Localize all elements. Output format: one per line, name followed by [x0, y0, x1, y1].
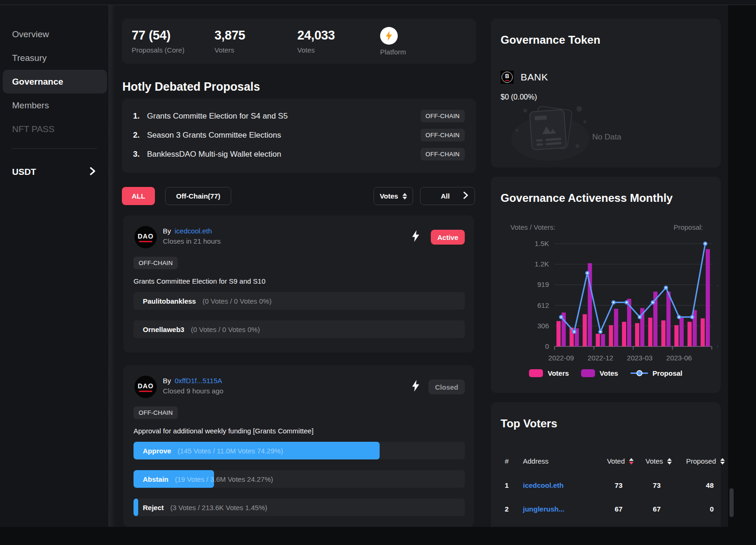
governance-activeness-card: Governance Activeness Monthly Votes / Vo…: [491, 177, 721, 393]
col-proposed-sort[interactable]: Proposed: [672, 457, 725, 465]
offchain-tag: OFF-CHAIN: [421, 148, 465, 160]
legend-proposal-label: Proposal: [653, 369, 682, 377]
bank-token-row[interactable]: B BANK: [501, 71, 548, 84]
sidebar-item-label: Members: [12, 100, 49, 111]
vote-options: Paulitobankless (0 Votes / 0 Votes 0%) O…: [134, 292, 465, 349]
proposal-card-closed[interactable]: DAO By0xffD1f...5115A Closed 9 hours ago…: [123, 365, 474, 527]
status-badge-active[interactable]: Active: [431, 230, 465, 245]
dao-avatar: DAO: [134, 226, 157, 248]
proposal-author-line: Byicedcool.eth: [163, 227, 212, 235]
svg-text:306: 306: [537, 322, 549, 330]
vote-option-detail: (0 Votes / 0 Votes 0%): [191, 326, 260, 333]
hot-proposal-row[interactable]: 1. Grants Committe Election for S4 and S…: [133, 106, 465, 126]
top-voters-title: Top Voters: [501, 417, 557, 430]
dao-avatar: DAO: [134, 376, 157, 398]
col-votes-sort[interactable]: Votes: [634, 457, 672, 465]
offchain-tag: OFF-CHAIN: [134, 406, 178, 419]
vote-option-name: Abstain: [143, 475, 168, 483]
sort-updown-icon: [720, 458, 725, 465]
vote-option-detail: (19 Votes / 3.6M Votes 24.27%): [175, 475, 273, 483]
svg-text:2022-12: 2022-12: [588, 354, 613, 362]
vote-option-row[interactable]: Ornellaweb3 (0 Votes / 0 Votes 0%): [134, 320, 465, 338]
stat-votes-value: 24,033: [297, 28, 380, 43]
by-label: By: [163, 377, 171, 385]
sort-votes-dropdown[interactable]: Votes: [374, 187, 413, 205]
main-content: 77 (54) Proposals (Core) 3,875 Voters 24…: [118, 5, 728, 527]
sidebar-content-gutter: [108, 5, 118, 527]
vote-option-row[interactable]: Paulitobankless (0 Votes / 0 Votes 0%): [134, 292, 465, 310]
page-scrollbar-thumb[interactable]: [729, 488, 734, 517]
legend-votes[interactable]: Votes: [581, 369, 618, 377]
governance-dashboard: { "sidebar": { "items": [ {"label": "Ove…: [0, 0, 756, 545]
legend-votes-label: Votes: [600, 369, 618, 377]
by-label: By: [163, 227, 171, 235]
voter-rank: 2: [505, 505, 523, 513]
proposal-time: Closed 9 hours ago: [163, 387, 223, 395]
author-link[interactable]: icedcool.eth: [175, 227, 212, 235]
stat-voters-label: Voters: [214, 46, 297, 54]
no-data-label: No Data: [592, 133, 621, 142]
sidebar-item-governance[interactable]: Governance: [3, 70, 107, 93]
svg-text:0: 0: [717, 342, 718, 350]
top-voters-card: Top Voters # Address Voted Votes Propose…: [491, 402, 721, 527]
dao-avatar-underline: [139, 391, 152, 392]
lightning-icon: [380, 27, 398, 45]
activeness-chart-title: Governance Activeness Monthly: [501, 192, 673, 205]
stat-votes-label: Votes: [297, 46, 380, 54]
author-link[interactable]: 0xffD1f...5115A: [175, 377, 222, 385]
sidebar-item-treasury[interactable]: Treasury: [0, 46, 108, 70]
sidebar-nav: Overview Treasury Governance Members NFT…: [0, 5, 108, 141]
sidebar-item-members[interactable]: Members: [0, 93, 108, 117]
status-badge-closed[interactable]: Closed: [428, 379, 465, 394]
vote-option-inner: Reject (3 Votes / 213.6K Votes 1.45%): [134, 498, 465, 516]
filter-offchain-label: Off-Chain(77): [176, 192, 221, 200]
sidebar-item-nft-pass[interactable]: NFT PASS: [0, 117, 108, 141]
offchain-tag: OFF-CHAIN: [134, 257, 178, 269]
chart-legend: Voters Votes Proposal: [491, 369, 721, 377]
legend-voters[interactable]: Voters: [529, 369, 569, 377]
voter-proposed: 48: [672, 481, 725, 489]
svg-text:2: 2: [717, 301, 718, 309]
top-window-strip: [0, 0, 756, 5]
vote-option-row-reject[interactable]: Reject (3 Votes / 213.6K Votes 1.45%): [134, 498, 465, 516]
vote-option-detail: (0 Votes / 0 Votes 0%): [202, 297, 271, 305]
bank-icon-letter: B: [505, 73, 509, 80]
proposal-card-active[interactable]: DAO Byicedcool.eth Closes in 21 hours Ac…: [123, 215, 474, 352]
hot-proposal-rank: 2.: [133, 131, 147, 140]
vote-option-inner: Ornellaweb3 (0 Votes / 0 Votes 0%): [134, 320, 465, 338]
filter-offchain-button[interactable]: Off-Chain(77): [165, 187, 231, 205]
voter-rank: 1: [505, 481, 523, 489]
sidebar-item-label: Overview: [12, 29, 49, 40]
voter-votes: 67: [634, 505, 672, 513]
col-address: Address: [523, 457, 589, 465]
stat-voters-value: 3,875: [214, 28, 297, 43]
hot-proposal-title: BanklessDAO Multi-sig Wallet election: [147, 150, 421, 159]
legend-proposal[interactable]: Proposal: [630, 369, 682, 377]
scope-all-dropdown[interactable]: All: [420, 187, 475, 205]
dao-avatar-text: DAO: [138, 233, 154, 240]
voters-swatch-icon: [529, 369, 543, 377]
voter-proposed: 0: [672, 505, 725, 513]
filter-all-button[interactable]: ALL: [122, 187, 155, 205]
vote-option-row-approve[interactable]: Approve (145 Votes / 11.0M Votes 74.29%): [134, 442, 465, 459]
scope-all-label: All: [427, 192, 463, 200]
sidebar-divider: [11, 148, 97, 149]
sort-updown-icon: [629, 458, 634, 465]
voter-address-link[interactable]: icedcool.eth: [523, 481, 589, 489]
col-voted-sort[interactable]: Voted: [589, 457, 634, 465]
vote-option-name: Paulitobankless: [143, 297, 196, 305]
votes-swatch-icon: [581, 369, 595, 377]
sidebar-token-usdt[interactable]: USDT: [0, 161, 108, 183]
hot-proposal-row[interactable]: 2. Season 3 Grants Committee Elections O…: [133, 126, 465, 145]
vote-option-row-abstain[interactable]: Abstain (19 Votes / 3.6M Votes 24.27%): [134, 470, 465, 488]
voter-address-link[interactable]: junglerush...: [523, 505, 589, 513]
legend-voters-label: Voters: [548, 369, 569, 377]
sidebar-item-overview[interactable]: Overview: [0, 22, 108, 46]
hot-proposal-row[interactable]: 3. BanklessDAO Multi-sig Wallet election…: [133, 145, 465, 164]
svg-text:5: 5: [717, 260, 718, 268]
table-row: 2 junglerush... 67 67 0: [505, 505, 707, 513]
filter-all-label: ALL: [132, 192, 145, 200]
svg-text:2023-06: 2023-06: [666, 354, 692, 362]
status-label: Active: [437, 233, 458, 241]
col-rank: #: [505, 457, 523, 465]
